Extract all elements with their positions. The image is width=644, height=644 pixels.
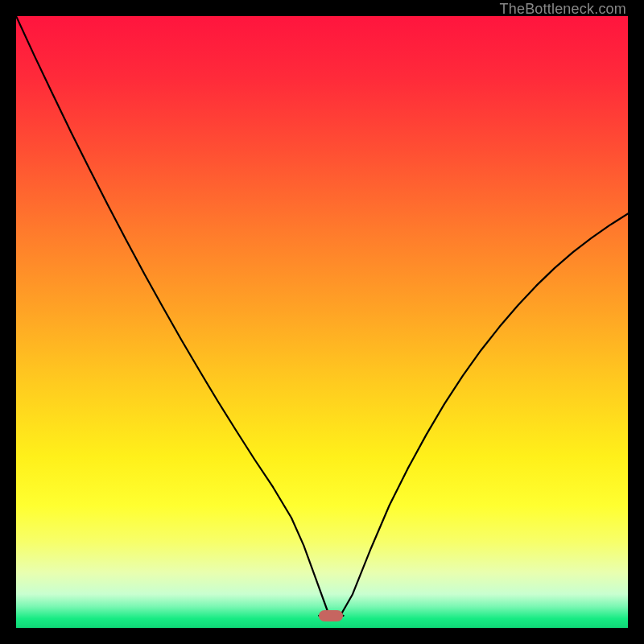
chart-frame: TheBottleneck.com — [0, 0, 644, 644]
watermark-text: TheBottleneck.com — [500, 1, 626, 18]
optimal-marker — [319, 610, 343, 621]
bottleneck-curve — [16, 16, 628, 628]
plot-area — [16, 16, 628, 628]
